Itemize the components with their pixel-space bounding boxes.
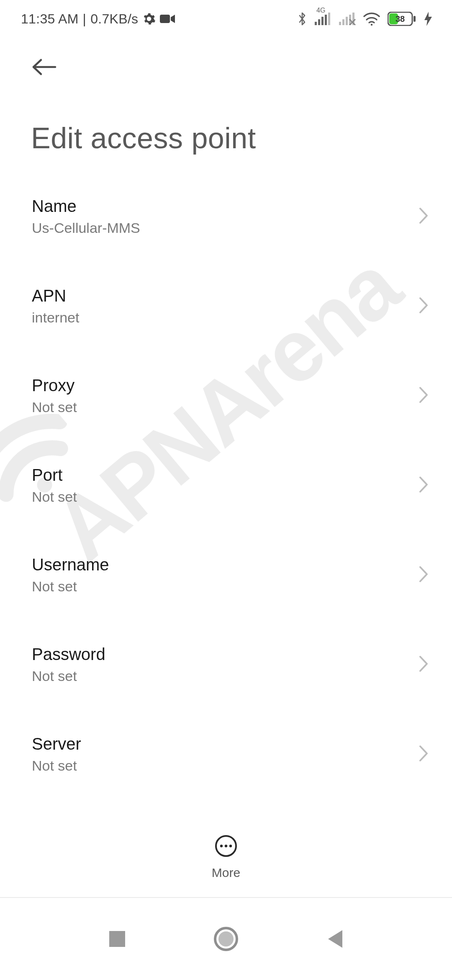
content: Edit access point APNArena NameUs-Cellul… <box>0 38 452 818</box>
setting-text: PasswordNot set <box>32 645 105 684</box>
setting-item-mmsc[interactable]: MMSChttp://10.16.18.4:38090/was <box>0 799 452 818</box>
status-bar-right: 4G 38 <box>297 11 432 27</box>
setting-value: internet <box>32 309 79 326</box>
setting-text: APNinternet <box>32 286 79 326</box>
svg-point-11 <box>371 24 372 26</box>
chevron-right-icon <box>418 744 429 765</box>
setting-item-name[interactable]: NameUs-Cellular-MMS <box>0 172 452 261</box>
setting-item-apn[interactable]: APNinternet <box>0 261 452 351</box>
svg-point-19 <box>229 845 232 847</box>
svg-rect-2 <box>318 19 320 25</box>
chevron-right-icon <box>418 565 429 585</box>
setting-title: Server <box>32 735 81 753</box>
video-camera-icon <box>160 14 175 24</box>
svg-rect-5 <box>328 13 330 25</box>
setting-item-port[interactable]: PortNot set <box>0 441 452 530</box>
setting-title: APN <box>32 286 79 305</box>
svg-rect-4 <box>325 15 327 25</box>
signal-sim2-icon <box>339 13 356 25</box>
setting-text: NameUs-Cellular-MMS <box>32 197 140 236</box>
chevron-right-icon <box>418 385 429 406</box>
status-bar: 11:35 AM | 0.7KB/s 4G 38 <box>0 0 452 38</box>
setting-text: ProxyNot set <box>32 376 77 415</box>
svg-rect-3 <box>321 17 324 25</box>
svg-rect-7 <box>342 19 344 25</box>
triangle-left-icon <box>326 928 344 949</box>
setting-title: Port <box>32 466 77 485</box>
nav-recent-button[interactable] <box>92 914 142 964</box>
page-title: Edit access point <box>0 88 452 172</box>
setting-value: Us-Cellular-MMS <box>32 220 140 236</box>
setting-value: Not set <box>32 489 77 505</box>
chevron-right-icon <box>418 654 429 675</box>
square-icon <box>108 929 127 949</box>
svg-rect-6 <box>339 22 341 25</box>
chevron-right-icon <box>418 206 429 227</box>
setting-item-server[interactable]: ServerNot set <box>0 709 452 799</box>
chevron-right-icon <box>418 475 429 496</box>
status-net-speed: 0.7KB/s <box>90 11 138 27</box>
action-bar: More <box>0 818 452 897</box>
status-time: 11:35 AM <box>21 11 79 27</box>
status-bar-left: 11:35 AM | 0.7KB/s <box>21 11 175 27</box>
back-button[interactable] <box>31 50 64 84</box>
svg-point-22 <box>218 931 234 946</box>
setting-value: Not set <box>32 578 109 595</box>
setting-item-proxy[interactable]: ProxyNot set <box>0 351 452 441</box>
svg-rect-1 <box>315 22 317 25</box>
svg-point-17 <box>220 845 223 847</box>
charging-bolt-icon <box>424 12 432 26</box>
arrow-left-icon <box>31 58 57 76</box>
gear-icon <box>142 12 156 26</box>
battery-indicator: 38 <box>388 12 417 26</box>
svg-rect-14 <box>413 16 416 22</box>
bluetooth-icon <box>297 11 307 27</box>
setting-item-password[interactable]: PasswordNot set <box>0 620 452 709</box>
setting-item-username[interactable]: UsernameNot set <box>0 530 452 620</box>
setting-title: Name <box>32 197 140 216</box>
chevron-right-icon <box>418 296 429 317</box>
setting-text: UsernameNot set <box>32 555 109 595</box>
svg-rect-8 <box>346 17 348 25</box>
setting-title: Username <box>32 555 109 574</box>
setting-value: Not set <box>32 399 77 415</box>
setting-value: Not set <box>32 668 105 684</box>
status-separator: | <box>83 11 87 27</box>
setting-text: PortNot set <box>32 466 77 505</box>
nav-home-button[interactable] <box>201 914 251 964</box>
battery-percent-text: 38 <box>396 14 405 23</box>
signal-sim1-icon: 4G <box>315 13 331 25</box>
setting-text: ServerNot set <box>32 735 81 774</box>
navigation-bar <box>0 897 452 980</box>
network-type-label: 4G <box>316 7 325 14</box>
more-horizontal-icon <box>215 835 237 857</box>
svg-rect-20 <box>109 931 125 947</box>
wifi-icon <box>363 12 380 26</box>
svg-rect-0 <box>160 15 170 23</box>
settings-list: NameUs-Cellular-MMSAPNinternetProxyNot s… <box>0 172 452 818</box>
setting-value: Not set <box>32 758 81 774</box>
more-label: More <box>212 866 240 880</box>
nav-back-button[interactable] <box>310 914 360 964</box>
setting-title: Password <box>32 645 105 664</box>
setting-title: Proxy <box>32 376 77 395</box>
header <box>0 38 452 88</box>
circle-icon <box>213 926 239 952</box>
more-button[interactable]: More <box>212 835 240 880</box>
svg-point-18 <box>225 845 227 847</box>
